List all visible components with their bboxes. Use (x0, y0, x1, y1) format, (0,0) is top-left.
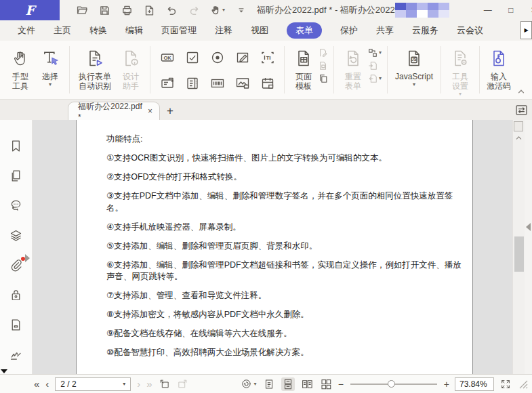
page-template-button[interactable]: 页面 模板 (289, 44, 319, 93)
zoom-in-button[interactable]: + (444, 379, 449, 389)
date-field-icon[interactable] (258, 73, 278, 94)
tab-cloud-meeting[interactable]: 云会议 (457, 24, 483, 37)
barcode-field-icon[interactable] (207, 73, 228, 94)
hand-tool-button[interactable]: 手型 工具 (5, 44, 35, 93)
scrollbar-thumb[interactable] (514, 236, 524, 272)
close-document-icon[interactable]: × (148, 106, 152, 116)
tab-scroll-right-button[interactable]: ▶ (520, 21, 532, 39)
resize-grip[interactable] (518, 379, 528, 389)
radio-button-field-icon[interactable] (207, 47, 228, 68)
text-field-icon[interactable]: TI (258, 47, 278, 68)
scroll-up-icon[interactable] (515, 134, 523, 142)
tab-comment[interactable]: 注释 (215, 24, 232, 37)
expand-right-panel-handle[interactable] (526, 223, 531, 231)
tab-cloud-service[interactable]: 云服务 (412, 24, 438, 37)
javascript-button[interactable]: JS JavaScript ▾ (392, 44, 436, 89)
fields-panel-icon[interactable] (9, 318, 23, 332)
close-button[interactable]: ✕ (523, 0, 532, 20)
design-assistant-button[interactable]: 设计 助手 (116, 44, 146, 93)
attachments-panel-icon[interactable] (9, 258, 23, 272)
tab-convert[interactable]: 转换 (89, 24, 107, 37)
form-recognition-icon (85, 46, 104, 70)
layers-panel-icon[interactable] (9, 228, 23, 243)
page-number-value: 2 / 2 (60, 379, 76, 389)
prev-page-button[interactable]: ‹ (45, 379, 49, 389)
run-form-recognition-button[interactable]: 执行表单 自动识别 (74, 44, 116, 93)
redo-icon[interactable] (188, 4, 200, 16)
document-tab-active[interactable]: 福昕办公2022.pdf * × (68, 102, 160, 120)
continuous-layout-icon[interactable] (281, 377, 295, 391)
app-logo[interactable]: F (0, 0, 60, 20)
export-form-data-icon[interactable]: ▾ (368, 74, 382, 83)
comments-panel-icon[interactable] (9, 199, 23, 213)
duplicate-template-icon[interactable] (319, 74, 328, 83)
previous-view-icon[interactable] (159, 378, 171, 390)
check-box-field-icon[interactable] (182, 47, 203, 68)
zoom-slider-thumb[interactable] (388, 380, 395, 388)
bookmarks-panel-icon[interactable] (9, 139, 23, 153)
vertical-scrollbar[interactable] (512, 120, 525, 374)
list-box-field-icon[interactable] (182, 73, 203, 94)
zoom-percentage-field[interactable]: 73.84% (455, 377, 494, 391)
tab-share[interactable]: 共享 (376, 24, 394, 37)
tab-page-organize[interactable]: 页面管理 (161, 24, 197, 37)
hand-dropdown-caret[interactable]: ▾ (222, 7, 225, 13)
tab-protect[interactable]: 保护 (340, 24, 358, 37)
minimize-button[interactable]: — (476, 0, 499, 20)
hand-tool-quick-button[interactable]: ▾ (210, 5, 225, 16)
delete-template-icon[interactable] (319, 61, 328, 70)
foxit-logo-icon: F (25, 3, 35, 18)
page-field-caret[interactable]: ▾ (123, 381, 125, 387)
facing-continuous-layout-icon[interactable] (319, 377, 333, 391)
expand-left-panel-handle[interactable] (25, 254, 30, 262)
print-icon[interactable] (121, 4, 133, 16)
tab-form-selected[interactable]: 表单 (287, 22, 322, 39)
javascript-dropdown-caret[interactable]: ▾ (413, 82, 415, 87)
image-field-icon[interactable] (232, 73, 253, 94)
undo-icon[interactable] (165, 4, 178, 16)
next-view-icon[interactable] (177, 378, 189, 390)
save-icon[interactable] (98, 4, 110, 16)
combo-box-field-icon[interactable] (157, 73, 178, 94)
single-page-layout-icon[interactable] (262, 377, 276, 391)
pdf-page[interactable]: 功能特点: ①支持OCR图文识别，快速将扫描件、图片上的文字转换为可编辑的文本。… (76, 120, 473, 374)
page-number-field[interactable]: 2 / 2 ▾ (55, 377, 131, 391)
import-form-data-icon[interactable] (368, 61, 382, 70)
tab-edit[interactable]: 编辑 (125, 24, 143, 37)
tab-home[interactable]: 主页 (54, 24, 71, 37)
tab-order-icon[interactable]: ▾ (368, 48, 382, 58)
hand-icon (11, 46, 30, 70)
fullscreen-icon[interactable] (499, 378, 512, 390)
signature-field-icon[interactable] (232, 47, 253, 68)
create-pdf-icon[interactable] (143, 4, 155, 16)
enter-activation-code-button[interactable]: 输入 激活码 (484, 44, 514, 93)
form-field-grid: OK TI (155, 45, 280, 98)
select-tool-button[interactable]: 选择 ▾ (35, 44, 65, 89)
panel-overflow-icon[interactable] (1, 369, 7, 373)
reset-form-button[interactable]: 重置 表单 (338, 44, 368, 93)
toggle-panel-icon[interactable] (514, 103, 529, 117)
tab-file[interactable]: 文件 (18, 24, 35, 37)
tool-settings-button[interactable]: 工具 设置 ▾ (445, 44, 475, 99)
view-mode-button[interactable]: ▾ (241, 378, 257, 390)
open-file-icon[interactable] (76, 4, 88, 16)
new-tab-button[interactable]: + (160, 102, 180, 120)
security-panel-icon[interactable] (9, 288, 23, 302)
zoom-slider[interactable] (350, 384, 437, 385)
zoom-out-button[interactable]: − (338, 379, 344, 389)
scrollbar-top-box[interactable] (514, 121, 523, 131)
maximize-button[interactable]: □ (499, 0, 523, 20)
facing-layout-icon[interactable] (300, 377, 314, 391)
pages-panel-icon[interactable] (9, 169, 23, 183)
customize-quick-access-icon[interactable] (235, 4, 247, 16)
edit-template-icon[interactable] (319, 48, 328, 58)
push-button-field-icon[interactable]: OK (157, 47, 178, 68)
document-view[interactable]: 功能特点: ①支持OCR图文识别，快速将扫描件、图片上的文字转换为可编辑的文本。… (33, 120, 512, 374)
next-page-button[interactable]: › (137, 379, 140, 389)
first-page-button[interactable]: « (34, 379, 39, 389)
select-dropdown-caret[interactable]: ▾ (49, 82, 52, 87)
collapse-ribbon-icon[interactable] (517, 87, 525, 96)
signatures-panel-icon[interactable] (9, 348, 23, 362)
last-page-button[interactable]: » (146, 379, 152, 389)
tab-view[interactable]: 视图 (251, 24, 268, 37)
